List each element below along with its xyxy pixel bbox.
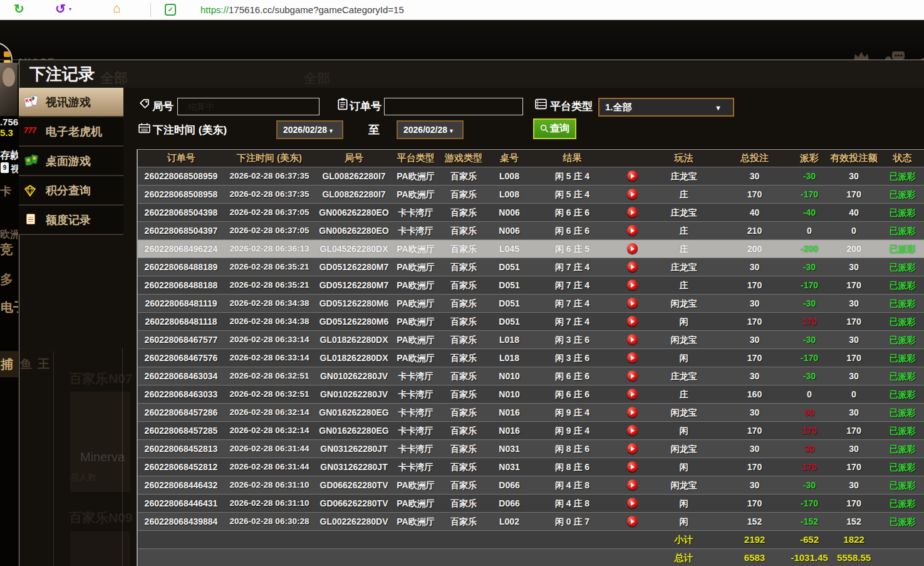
cell-replay xyxy=(615,367,649,385)
sidebar-item-label: 视讯游戏 xyxy=(46,95,91,110)
table-row[interactable]: 260228068452812 2026-02-28 06:31:44 GN03… xyxy=(138,458,924,476)
cell-play-type: 庄 xyxy=(649,222,719,239)
cell-game-type: 百家乐 xyxy=(438,476,489,494)
play-video-button[interactable] xyxy=(627,316,638,327)
cell-replay xyxy=(615,495,649,512)
table-row[interactable]: 260228068463034 2026-02-28 06:32:51 GN01… xyxy=(138,367,924,385)
play-video-button[interactable] xyxy=(627,425,638,436)
cell-platform: PA欧洲厅 xyxy=(393,495,438,512)
cell-round-id: GL008262280I7 xyxy=(314,167,393,185)
cell-table-no: D051 xyxy=(489,295,529,312)
cell-game-type: 百家乐 xyxy=(438,349,489,367)
table-row[interactable]: 260228068496224 2026-02-28 06:36:13 GL04… xyxy=(138,239,924,258)
play-video-button[interactable] xyxy=(627,334,638,345)
table-row[interactable]: 260228068457285 2026-02-28 06:32:14 GN01… xyxy=(138,421,924,439)
table-row[interactable]: 260228068504398 2026-02-28 06:37:05 GN00… xyxy=(138,203,924,221)
cell-replay xyxy=(615,404,649,421)
table-row[interactable]: 260228068504397 2026-02-28 06:37:05 GN00… xyxy=(138,221,924,239)
cell-round-id: GL045262280DX xyxy=(314,240,393,258)
cell-total-bet: 170 xyxy=(719,349,791,367)
play-video-button[interactable] xyxy=(627,480,638,490)
play-video-button[interactable] xyxy=(627,443,638,454)
play-video-button[interactable] xyxy=(627,207,638,217)
home-icon[interactable]: ⌂ xyxy=(113,1,121,16)
cell-round-id: GD051262280M6 xyxy=(314,295,393,312)
table-row[interactable]: 260228068467577 2026-02-28 06:33:14 GL01… xyxy=(138,330,924,349)
play-video-button[interactable] xyxy=(627,298,638,308)
table-row[interactable]: 260228068446431 2026-02-28 06:31:10 GD06… xyxy=(138,494,924,512)
play-video-button[interactable] xyxy=(627,189,638,199)
play-video-button[interactable] xyxy=(627,389,638,399)
play-video-button[interactable] xyxy=(627,407,638,417)
cell-result: 闲 6 庄 6 xyxy=(529,385,615,403)
cell-bet-time: 2026-02-28 06:31:44 xyxy=(224,458,314,476)
address-bar[interactable]: https://175616.cc/subgame?gameCategoryId… xyxy=(200,4,404,15)
clipboard-icon xyxy=(337,98,348,113)
cell-play-type: 闲 xyxy=(649,495,719,512)
cell-payout: 60 xyxy=(791,404,828,421)
ghost-card-edge-left xyxy=(53,351,54,566)
cell-result: 闲 7 庄 4 xyxy=(529,258,615,276)
platform-type-select[interactable]: 1.全部 ▼ xyxy=(598,98,734,117)
sidebar-item-table-games[interactable]: 桌面游戏 xyxy=(19,147,123,176)
sidebar-item-slots[interactable]: 777 电子老虎机 xyxy=(19,117,123,147)
cell-platform: PA欧洲厅 xyxy=(393,476,438,494)
cell-valid-bet: 40 xyxy=(828,204,880,221)
cell-platform: PA欧洲厅 xyxy=(393,313,438,330)
ghost-fishing-king: 鱼王 xyxy=(20,356,55,372)
play-video-button[interactable] xyxy=(627,170,638,181)
table-row[interactable]: 260228068467576 2026-02-28 06:33:14 GL01… xyxy=(138,349,924,367)
cell-order-id: 260228068452813 xyxy=(138,440,224,458)
table-row[interactable]: 260228068439884 2026-02-28 06:30:28 GL00… xyxy=(138,512,924,530)
reload-icon[interactable]: ↻ xyxy=(14,1,24,16)
background-frag-duo: 多 xyxy=(0,271,18,288)
cell-platform: PA欧洲厅 xyxy=(393,258,438,276)
play-video-button[interactable] xyxy=(627,498,638,508)
sidebar-menu: 9K♥ 视讯游戏 777 电子老虎机 桌面游戏 积分查询 额度记录 xyxy=(19,88,123,235)
table-row[interactable]: 260228068463033 2026-02-28 06:32:51 GN01… xyxy=(138,385,924,403)
play-video-button[interactable] xyxy=(627,243,638,254)
security-shield-icon[interactable]: ✓ xyxy=(165,4,176,16)
cell-status: 已派彩 xyxy=(880,331,924,349)
play-video-button[interactable] xyxy=(627,461,638,472)
background-balance: .756 xyxy=(0,117,18,127)
query-button[interactable]: 查询 xyxy=(533,118,576,139)
play-video-button[interactable] xyxy=(627,280,638,290)
date-from-select[interactable]: 2026/02/28▼ xyxy=(276,120,343,139)
background-card-icon: 9 xyxy=(1,162,9,173)
cell-order-id: 260228068481118 xyxy=(138,313,224,330)
order-id-input[interactable] xyxy=(384,98,523,115)
cell-valid-bet: 170 xyxy=(828,495,880,512)
table-row[interactable]: 260228068508959 2026-02-28 06:37:35 GL00… xyxy=(138,167,924,185)
table-row[interactable]: 260228068457286 2026-02-28 06:32:14 GN01… xyxy=(138,403,924,421)
cell-total-bet: 30 xyxy=(719,367,791,385)
table-row[interactable]: 260228068452813 2026-02-28 06:31:44 GN03… xyxy=(138,439,924,458)
back-icon[interactable]: ↺ xyxy=(55,1,66,16)
table-row[interactable]: 260228068481119 2026-02-28 06:34:38 GD05… xyxy=(138,294,924,312)
play-video-button[interactable] xyxy=(627,352,638,363)
cell-total-bet: 30 xyxy=(719,476,791,494)
sidebar-item-quota-record[interactable]: 额度记录 xyxy=(19,206,123,235)
play-video-button[interactable] xyxy=(627,370,638,381)
sidebar-item-live-games[interactable]: 9K♥ 视讯游戏 xyxy=(19,88,123,117)
col-header-play-type: 玩法 xyxy=(649,150,719,167)
table-row[interactable]: 260228068488189 2026-02-28 06:35:21 GD05… xyxy=(138,258,924,276)
play-video-button[interactable] xyxy=(627,261,638,272)
cell-status: 已派彩 xyxy=(880,186,924,203)
sidebar-item-label: 电子老虎机 xyxy=(46,124,102,139)
table-row[interactable]: 260228068488188 2026-02-28 06:35:21 GD05… xyxy=(138,276,924,294)
play-video-button[interactable] xyxy=(627,516,638,527)
table-row[interactable]: 260228068446432 2026-02-28 06:31:10 GD06… xyxy=(138,476,924,494)
cell-game-type: 百家乐 xyxy=(438,422,489,439)
table-row[interactable]: 260228068508958 2026-02-28 06:37:35 GL00… xyxy=(138,185,924,203)
cell-valid-bet: 170 xyxy=(828,458,880,476)
play-video-button[interactable] xyxy=(627,225,638,236)
cell-order-id: 260228068488189 xyxy=(138,258,224,276)
ghost-baccarat-n07: 百家乐N07 xyxy=(69,370,133,387)
cell-bet-time: 2026-02-28 06:37:35 xyxy=(224,167,314,185)
back-history-caret-icon[interactable]: ▾ xyxy=(69,6,71,12)
table-row[interactable]: 260228068481118 2026-02-28 06:34:38 GD05… xyxy=(138,312,924,330)
date-to-select[interactable]: 2026/02/28▼ xyxy=(397,120,464,139)
slot-777-icon: 777 xyxy=(24,125,41,139)
sidebar-item-points-inquiry[interactable]: 积分查询 xyxy=(19,176,123,206)
